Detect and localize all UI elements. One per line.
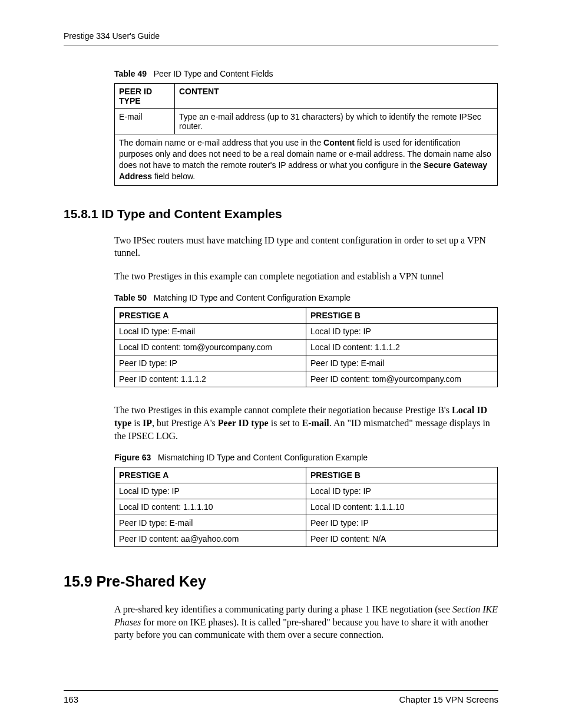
figure63-header-a: PRESTIGE A xyxy=(115,467,306,483)
para-text: A pre-shared key identifies a communicat… xyxy=(114,604,452,614)
page-footer: 163 Chapter 15 VPN Screens xyxy=(64,690,498,704)
table-row: The domain name or e-mail address that y… xyxy=(115,134,498,186)
table-row: E-mail Type an e-mail address (up to 31 … xyxy=(115,109,498,134)
cell: Local ID content: tom@yourcompany.com xyxy=(115,340,306,355)
table-header-row: PRESTIGE A PRESTIGE B xyxy=(115,467,498,483)
cell: Local ID type: IP xyxy=(115,483,306,499)
page-number: 163 xyxy=(64,694,78,704)
chapter-label: Chapter 15 VPN Screens xyxy=(399,694,498,704)
table49-label: Table 49 xyxy=(114,69,147,78)
table-row: Peer ID type: E-mail Peer ID type: IP xyxy=(115,515,498,531)
table49-row1-col2: Type an e-mail address (up to 31 charact… xyxy=(175,109,498,134)
cell: Local ID content: 1.1.1.10 xyxy=(306,499,498,515)
cell: Local ID content: 1.1.1.10 xyxy=(115,499,306,515)
footnote-bold: Content xyxy=(323,138,355,147)
table-row: Local ID content: 1.1.1.10 Local ID cont… xyxy=(115,499,498,515)
figure63-table: PRESTIGE A PRESTIGE B Local ID type: IP … xyxy=(114,467,498,547)
table50-caption-text: Matching ID Type and Content Configurati… xyxy=(154,293,351,302)
table50-header-b: PRESTIGE B xyxy=(306,308,498,324)
cell: Local ID content: 1.1.1.2 xyxy=(306,340,498,355)
page-header: Prestige 334 User's Guide xyxy=(64,31,498,45)
cell: Peer ID type: IP xyxy=(115,355,306,371)
para-bold: E-mail xyxy=(302,418,329,428)
para-bold: Peer ID type xyxy=(218,418,269,428)
cell: Peer ID type: E-mail xyxy=(306,355,498,371)
table-row: Peer ID content: 1.1.1.2 Peer ID content… xyxy=(115,371,498,387)
figure63-caption: Figure 63 Mismatching ID Type and Conten… xyxy=(114,453,498,462)
figure63-header-b: PRESTIGE B xyxy=(306,467,498,483)
table50: PRESTIGE A PRESTIGE B Local ID type: E-m… xyxy=(114,307,498,387)
table49-caption: Table 49 Peer ID Type and Content Fields xyxy=(114,69,498,78)
cell: Peer ID type: E-mail xyxy=(115,515,306,531)
para-text: is xyxy=(131,418,143,428)
table50-label: Table 50 xyxy=(114,293,147,302)
cell: Local ID type: E-mail xyxy=(115,324,306,340)
table-row: Peer ID type: IP Peer ID type: E-mail xyxy=(115,355,498,371)
table49-row1-col1: E-mail xyxy=(115,109,175,134)
preshared-paragraph: A pre-shared key identifies a communicat… xyxy=(114,603,498,641)
para-text: for more on IKE phases). It is called "p… xyxy=(114,617,488,640)
table49-header-col1: PEER ID TYPE xyxy=(115,84,175,109)
table-row: Local ID content: tom@yourcompany.com Lo… xyxy=(115,340,498,355)
para-text: The two Prestiges in this example cannot… xyxy=(114,405,452,415)
header-title: Prestige 334 User's Guide xyxy=(64,31,160,41)
table50-header-a: PRESTIGE A xyxy=(115,308,306,324)
subsection-heading: 15.8.1 ID Type and Content Examples xyxy=(64,207,498,221)
footnote-text: field below. xyxy=(152,172,195,181)
para-text: , but Prestige A's xyxy=(152,418,218,428)
table-header-row: PEER ID TYPE CONTENT xyxy=(115,84,498,109)
cell: Peer ID content: tom@yourcompany.com xyxy=(306,371,498,387)
table-row: Local ID type: IP Local ID type: IP xyxy=(115,483,498,499)
para-text: is set to xyxy=(269,418,302,428)
table49-footnote: The domain name or e-mail address that y… xyxy=(115,134,498,186)
table49: PEER ID TYPE CONTENT E-mail Type an e-ma… xyxy=(114,83,498,186)
figure63-caption-text: Mismatching ID Type and Content Configur… xyxy=(158,453,368,462)
section-heading: 15.9 Pre-Shared Key xyxy=(64,573,498,590)
cell: Local ID type: IP xyxy=(306,324,498,340)
cell: Local ID type: IP xyxy=(306,483,498,499)
cell: Peer ID content: N/A xyxy=(306,531,498,547)
table49-caption-text: Peer ID Type and Content Fields xyxy=(154,69,273,78)
cell: Peer ID content: aa@yahoo.com xyxy=(115,531,306,547)
cell: Peer ID type: IP xyxy=(306,515,498,531)
para-bold: IP xyxy=(143,418,152,428)
footnote-text: The domain name or e-mail address that y… xyxy=(119,138,323,147)
table-row: Peer ID content: aa@yahoo.com Peer ID co… xyxy=(115,531,498,547)
body-paragraph: Two IPSec routers must have matching ID … xyxy=(114,234,498,259)
figure63-label: Figure 63 xyxy=(114,453,151,462)
cell: Peer ID content: 1.1.1.2 xyxy=(115,371,306,387)
table49-header-col2: CONTENT xyxy=(175,84,498,109)
mismatch-paragraph: The two Prestiges in this example cannot… xyxy=(114,404,498,442)
table-row: Local ID type: E-mail Local ID type: IP xyxy=(115,324,498,340)
body-paragraph: The two Prestiges in this example can co… xyxy=(114,270,498,283)
table-header-row: PRESTIGE A PRESTIGE B xyxy=(115,308,498,324)
table50-caption: Table 50 Matching ID Type and Content Co… xyxy=(114,293,498,302)
